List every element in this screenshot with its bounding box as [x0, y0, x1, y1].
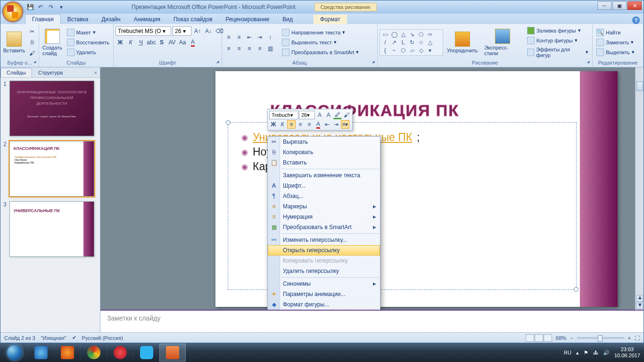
font-size-combo[interactable]: 26 ▾	[173, 26, 191, 36]
zoom-level[interactable]: 68%	[556, 335, 566, 341]
quick-styles-button[interactable]: Экспресс-стили	[481, 28, 524, 57]
align-center-icon[interactable]: ≡	[234, 44, 244, 53]
panel-close-icon[interactable]: ×	[94, 70, 97, 75]
minimize-button[interactable]: ─	[597, 1, 611, 10]
ctx-font[interactable]: AШрифт...	[268, 181, 380, 191]
shrink-font-icon[interactable]: A	[324, 111, 333, 119]
mini-font-combo[interactable]: Trebuch▾	[269, 111, 298, 119]
mini-size-combo[interactable]: 26▾	[299, 111, 315, 119]
tray-flag-icon[interactable]: ▴	[576, 350, 579, 356]
grow-font-icon[interactable]: A↑	[193, 26, 202, 36]
char-spacing-icon[interactable]: AV	[167, 38, 177, 47]
slides-tab[interactable]: Слайды	[0, 68, 32, 77]
tab-animation[interactable]: Анимация	[127, 15, 167, 24]
align-right-icon[interactable]: ≡	[245, 44, 254, 53]
taskbar-firefox[interactable]	[54, 344, 80, 362]
vertical-scrollbar[interactable]: ⯅ ⯆	[635, 67, 644, 310]
redo-icon[interactable]: ↷	[47, 3, 55, 11]
ctx-cut[interactable]: ✂Вырезать	[268, 137, 380, 147]
ctx-open-hyperlink[interactable]: Открыть гиперссылку	[268, 245, 380, 255]
zoom-out-icon[interactable]: −	[570, 335, 573, 341]
align-left-icon[interactable]: ≡	[287, 120, 296, 129]
qat-more-icon[interactable]: ▾	[57, 3, 66, 11]
shrink-font-icon[interactable]: A↓	[204, 26, 213, 36]
bold-icon[interactable]: Ж	[116, 38, 125, 47]
strike-icon[interactable]: abc	[147, 38, 156, 47]
align-right-icon[interactable]: ≡	[305, 120, 314, 129]
copy-icon[interactable]: ⎘	[27, 38, 37, 47]
ctx-synonyms[interactable]: Синонимы▶	[268, 279, 380, 289]
shape-effects-button[interactable]: Эффекты для фигур ▾	[525, 46, 590, 58]
tray-lang[interactable]: RU	[564, 350, 571, 355]
ctx-numbering[interactable]: ≡Нумерация▶	[268, 212, 380, 222]
line-spacing-icon[interactable]: ↕	[265, 33, 275, 42]
ctx-copy[interactable]: ⎘Копировать	[268, 147, 380, 157]
bullets-icon[interactable]: ≡▾	[341, 120, 349, 129]
italic-icon[interactable]: К	[126, 38, 135, 47]
align-text-button[interactable]: Выровнять текст ▾	[280, 38, 361, 47]
tab-slideshow[interactable]: Показ слайдов	[167, 15, 219, 24]
bold-icon[interactable]: Ж	[269, 120, 278, 129]
undo-icon[interactable]: ↶	[36, 3, 45, 11]
justify-icon[interactable]: ≡	[255, 44, 264, 53]
tab-insert[interactable]: Вставка	[61, 15, 95, 24]
ctx-remove-hyperlink[interactable]: Удалить гиперссылку	[268, 266, 380, 276]
ctx-smartart[interactable]: ▦Преобразовать в SmartArt▶	[268, 222, 380, 232]
highlight-icon[interactable]: 🖉	[333, 111, 342, 119]
font-color-icon[interactable]: A	[188, 38, 198, 47]
ctx-animation[interactable]: ✶Параметры анимации...	[268, 289, 380, 299]
help-icon[interactable]: ?	[632, 16, 640, 24]
zoom-slider[interactable]	[577, 337, 624, 339]
slide-thumbnail[interactable]: ИНФОРМАЦИОННЫЕ ТЕХНОЛОГИИ В ПРОФЕССИОНАЛ…	[9, 81, 94, 136]
ctx-paragraph[interactable]: ¶Абзац...	[268, 191, 380, 201]
taskbar-opera[interactable]	[107, 344, 133, 362]
shape-outline-button[interactable]: Контур фигуры ▾	[525, 36, 590, 45]
tab-format[interactable]: Формат	[314, 15, 347, 24]
cut-icon[interactable]: ✂	[27, 27, 37, 36]
ctx-edit-hyperlink[interactable]: ⚯Изменить гиперссылку...	[268, 235, 380, 245]
tab-design[interactable]: Дизайн	[95, 15, 127, 24]
smartart-button[interactable]: Преобразовать в SmartArt ▾	[280, 48, 361, 57]
start-button[interactable]	[2, 343, 27, 362]
numbering-icon[interactable]: ≡	[234, 33, 244, 42]
next-slide-icon[interactable]: ⯆	[636, 302, 643, 309]
tray-volume-icon[interactable]: 🔊	[603, 350, 610, 356]
office-button[interactable]	[2, 1, 23, 22]
align-center-icon[interactable]: ≡	[296, 120, 305, 129]
ctx-paste[interactable]: 📋Вставить	[268, 157, 380, 168]
slide-thumbnail[interactable]: УНИВЕРСАЛЬНЫЕ ПК	[9, 201, 94, 257]
taskbar-powerpoint[interactable]	[159, 344, 186, 362]
tray-network-icon[interactable]: 🖧	[593, 350, 598, 355]
ctx-end-edit[interactable]: Завершить изменение текста	[268, 170, 380, 181]
shapes-gallery[interactable]: ▭◯△↘⬠⇨ /↗L↻☆△ {~⬡▱◇▾	[380, 29, 443, 56]
tab-view[interactable]: Вид	[276, 15, 299, 24]
fit-window-icon[interactable]: ⛶	[635, 335, 640, 341]
shadow-icon[interactable]: S	[157, 38, 166, 47]
arrange-button[interactable]: Упорядочить	[445, 31, 480, 54]
slideshow-view-icon[interactable]	[544, 334, 552, 342]
layout-button[interactable]: Макет ▾	[65, 28, 111, 37]
format-painter-icon[interactable]: 🖌	[342, 111, 351, 119]
save-icon[interactable]: 💾	[26, 3, 34, 11]
language-status[interactable]: Русский (Россия)	[82, 335, 123, 341]
slide-thumbnail[interactable]: КЛАССИФИКАЦИЯ ПК Универсальные настольны…	[9, 141, 94, 197]
taskbar-ie[interactable]	[27, 344, 54, 362]
outline-tab[interactable]: Структура	[32, 68, 69, 77]
spell-check-icon[interactable]: ✔	[72, 335, 76, 341]
taskbar-chrome[interactable]	[80, 344, 107, 362]
inc-indent-icon[interactable]: ⇥	[255, 33, 264, 42]
replace-button[interactable]: Заменить ▾	[594, 38, 636, 47]
underline-icon[interactable]: Ч	[136, 38, 146, 47]
delete-slide-button[interactable]: Удалить	[65, 48, 111, 57]
ctx-format-shape[interactable]: ◆Формат фигуры...	[268, 299, 380, 310]
ctx-bullets[interactable]: ≡Маркеры▶	[268, 201, 380, 212]
reset-button[interactable]: Восстановить	[65, 38, 111, 47]
grow-font-icon[interactable]: A	[315, 111, 324, 119]
tab-review[interactable]: Рецензирование	[219, 15, 276, 24]
tray-clock[interactable]: 23:03 10.08.2017	[614, 346, 640, 359]
prev-slide-icon[interactable]: ⯅	[636, 295, 643, 302]
close-button[interactable]: ✕	[627, 1, 642, 10]
find-button[interactable]: 🔍Найти	[594, 28, 636, 37]
notes-pane[interactable]: Заметки к слайду	[100, 310, 644, 332]
new-slide-button[interactable]: Создать слайд	[41, 28, 64, 57]
